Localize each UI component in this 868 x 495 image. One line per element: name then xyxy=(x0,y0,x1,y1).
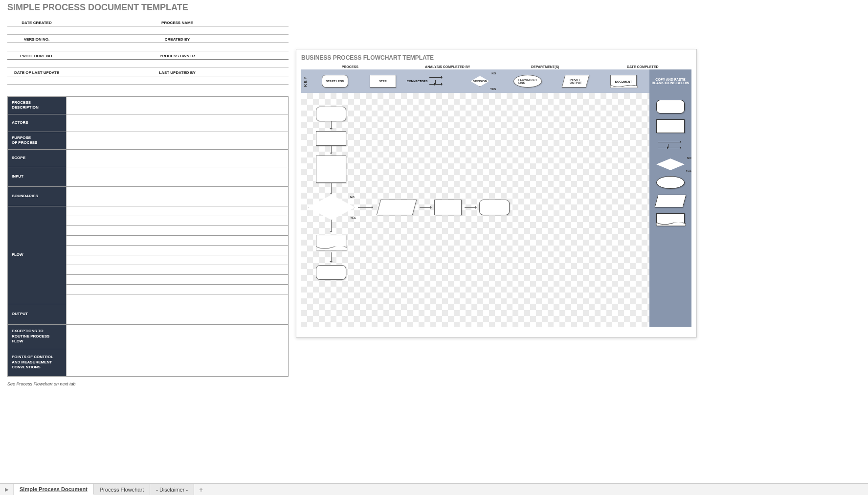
key-diamond-icon: DECISIONNOYES xyxy=(470,76,489,87)
section-value-cell[interactable] xyxy=(67,324,289,349)
meta-value-cell[interactable] xyxy=(7,59,66,68)
key-rect-icon: STEP xyxy=(370,75,396,88)
tab-scroll-icon[interactable]: ▶ xyxy=(0,484,14,495)
meta-value-cell[interactable] xyxy=(66,43,289,51)
decision-yes-label: YES xyxy=(350,216,356,219)
icon-palette: NO YES xyxy=(649,93,691,327)
meta-label: PROCESS NAME xyxy=(66,18,289,26)
palette-diamond-icon[interactable]: NO YES xyxy=(656,158,685,170)
left-title: SIMPLE PROCESS DOCUMENT TEMPLATE xyxy=(7,2,289,13)
arrow-down-icon xyxy=(331,183,332,194)
section-value-cell[interactable] xyxy=(67,265,289,274)
flowchart-body: NO YES xyxy=(301,93,691,327)
meta-label: PROCESS OWNER xyxy=(66,51,289,59)
meta-value-cell[interactable] xyxy=(66,59,289,68)
section-value-cell[interactable] xyxy=(67,206,289,216)
section-value-cell[interactable] xyxy=(67,245,289,255)
section-label: SCOPE xyxy=(8,149,67,167)
key-rrect-icon: START / END xyxy=(322,75,348,88)
section-label: PROCESSDESCRIPTION xyxy=(8,96,67,114)
section-label: BOUNDARIES xyxy=(8,186,67,206)
section-value-cell[interactable] xyxy=(67,349,289,376)
section-value-cell[interactable] xyxy=(67,149,289,167)
section-value-cell[interactable] xyxy=(67,294,289,304)
add-tab-button[interactable]: + xyxy=(194,484,208,495)
section-label: PURPOSEOF PROCESS xyxy=(8,132,67,149)
key-item: INPUT /OUTPUT xyxy=(552,75,600,88)
section-value-cell[interactable] xyxy=(67,274,289,284)
canvas-document-node[interactable] xyxy=(316,235,346,250)
meta-table: DATE CREATEDPROCESS NAMEVERSION NO.CREAT… xyxy=(7,18,289,85)
canvas-step2-node[interactable] xyxy=(434,200,462,215)
key-conn-label: CONNECTORS xyxy=(407,80,428,83)
flowchart-pane: BUSINESS PROCESS FLOWCHART TEMPLATE PROC… xyxy=(296,49,697,338)
canvas-big-step-node[interactable] xyxy=(316,156,346,183)
fc-header-label: PROCESS xyxy=(301,65,399,68)
arrow-down-icon xyxy=(331,146,332,154)
meta-value-cell[interactable] xyxy=(7,76,66,84)
palette-parallelogram-icon[interactable] xyxy=(655,195,687,207)
fc-header-label: DATE COMPLETED xyxy=(594,65,692,68)
meta-label: PROCEDURE NO. xyxy=(7,51,66,59)
sheet-tab[interactable]: Process Flowchart xyxy=(94,484,150,495)
canvas-io-node[interactable] xyxy=(377,200,417,215)
key-item: START / END xyxy=(311,75,359,88)
left-document-pane: SIMPLE PROCESS DOCUMENT TEMPLATE DATE CR… xyxy=(7,2,289,386)
meta-label: CREATED BY xyxy=(66,34,289,43)
copy-paste-label: COPY AND PASTE BLANK ICONS BELOW xyxy=(649,69,691,93)
arrow-down-icon xyxy=(331,121,332,129)
section-label: POINTS OF CONTROLAND MEASUREMENTCONVENTI… xyxy=(8,349,67,376)
section-value-cell[interactable] xyxy=(67,304,289,324)
arrow-right-icon xyxy=(465,207,476,208)
meta-label: VERSION NO. xyxy=(7,34,66,43)
key-connectors-icon xyxy=(429,73,456,89)
key-item: FLOWCHARTLINK xyxy=(504,75,552,88)
canvas-decision-node[interactable] xyxy=(308,195,355,220)
canvas-step-node[interactable] xyxy=(316,131,346,146)
section-value-cell[interactable] xyxy=(67,216,289,225)
canvas-terminal-node[interactable] xyxy=(316,265,346,280)
key-document-icon: DOCUMENT xyxy=(610,75,637,88)
section-value-cell[interactable] xyxy=(67,235,289,245)
canvas-start-node[interactable] xyxy=(316,107,346,121)
key-label: KEY xyxy=(303,76,310,87)
section-label: EXCEPTIONS TOROUTINE PROCESS FLOW xyxy=(8,324,67,349)
canvas-end-node[interactable] xyxy=(479,200,510,215)
section-value-cell[interactable] xyxy=(67,114,289,132)
sheet-tabs: ▶ Simple Process DocumentProcess Flowcha… xyxy=(0,483,868,495)
section-value-cell[interactable] xyxy=(67,167,289,186)
section-label: FLOW xyxy=(8,206,67,304)
arrow-down-icon xyxy=(331,252,332,262)
meta-label: DATE CREATED xyxy=(7,18,66,26)
section-value-cell[interactable] xyxy=(67,255,289,265)
key-item: STEP xyxy=(359,75,407,88)
sheet-tab[interactable]: Simple Process Document xyxy=(14,484,94,495)
section-value-cell[interactable] xyxy=(67,284,289,294)
palette-rrect-icon[interactable] xyxy=(656,100,685,113)
section-label: INPUT xyxy=(8,167,67,186)
meta-value-cell[interactable] xyxy=(66,76,289,84)
key-item: DOCUMENT xyxy=(600,75,647,88)
palette-connectors-icon[interactable] xyxy=(656,139,685,153)
section-value-cell[interactable] xyxy=(67,96,289,114)
sheet-tab[interactable]: - Disclaimer - xyxy=(150,484,194,495)
section-label: ACTORS xyxy=(8,114,67,132)
decision-no-label: NO xyxy=(350,196,355,199)
meta-value-cell[interactable] xyxy=(66,26,289,34)
section-value-cell[interactable] xyxy=(67,225,289,235)
key-parallelogram-icon: INPUT /OUTPUT xyxy=(562,75,590,88)
key-bar: KEY START / ENDSTEPCONNECTORSDECISIONNOY… xyxy=(301,69,649,93)
meta-label: LAST UPDATED BY xyxy=(66,68,289,76)
description-table: PROCESSDESCRIPTIONACTORSPURPOSEOF PROCES… xyxy=(7,96,289,377)
palette-ellipse-icon[interactable] xyxy=(656,176,685,189)
arrow-right-icon xyxy=(358,207,373,208)
meta-value-cell[interactable] xyxy=(7,26,66,34)
section-value-cell[interactable] xyxy=(67,186,289,206)
palette-document-icon[interactable] xyxy=(656,213,685,226)
flowchart-canvas[interactable]: NO YES xyxy=(301,93,649,327)
meta-value-cell[interactable] xyxy=(7,43,66,51)
palette-rect-icon[interactable] xyxy=(656,119,685,133)
fc-header-label: DEPARTMENT(S) xyxy=(496,65,594,68)
section-value-cell[interactable] xyxy=(67,132,289,149)
key-item: CONNECTORS xyxy=(407,73,456,89)
